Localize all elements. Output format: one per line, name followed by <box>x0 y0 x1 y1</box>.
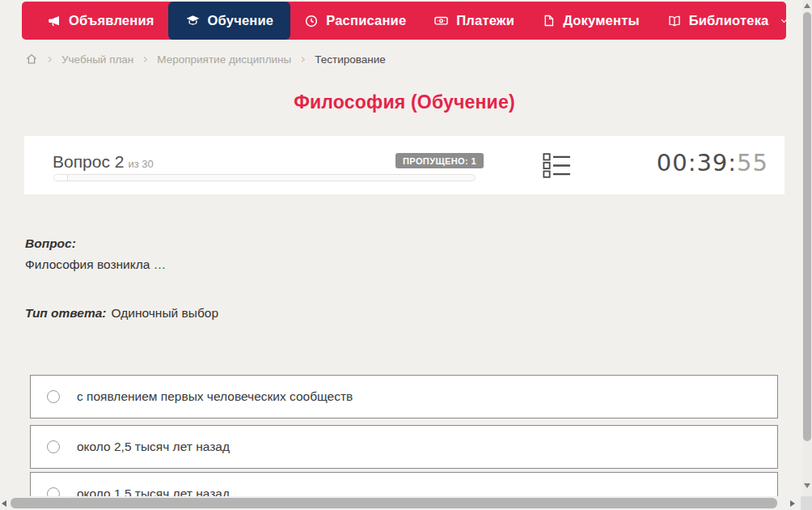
answer-type-label: Тип ответа: <box>25 306 107 320</box>
breadcrumb-item-testing: Тестирование <box>315 53 386 66</box>
quiz-timer: 00:39:55 <box>657 149 768 176</box>
open-book-icon <box>667 14 682 28</box>
question-counter: Вопрос 2из 30 <box>53 152 154 172</box>
answer-type-row: Тип ответа:Одиночный выбор <box>25 306 218 321</box>
page-title: Философия (Обучение) <box>24 91 785 113</box>
nav-item-payments[interactable]: Платежи <box>420 2 528 40</box>
question-list-icon[interactable] <box>543 153 571 181</box>
horizontal-scrollbar-thumb[interactable] <box>11 498 777 508</box>
megaphone-icon <box>47 14 61 28</box>
breadcrumb: Учебный план Мероприятие дисциплины Тест… <box>25 49 386 69</box>
scroll-down-arrow-icon[interactable] <box>804 483 810 488</box>
answer-type-value: Одиночный выбор <box>112 306 219 320</box>
nav-label: Объявления <box>69 13 154 28</box>
quiz-progress-bar <box>53 174 476 181</box>
scroll-left-arrow-icon[interactable] <box>2 500 6 507</box>
answer-option-1[interactable]: с появлением первых человеческих сообщес… <box>30 375 778 419</box>
skipped-badge: ПРОПУЩЕНО: 1 <box>395 153 484 168</box>
nav-item-training[interactable]: Обучение <box>168 2 291 40</box>
answer-option-label: с появлением первых человеческих сообщес… <box>77 389 353 404</box>
nav-label: Библиотека <box>689 13 769 28</box>
vertical-scrollbar-thumb[interactable] <box>803 12 811 441</box>
chevron-right-icon <box>141 55 150 64</box>
banknote-icon <box>433 13 449 28</box>
radio-button[interactable] <box>47 440 60 453</box>
timer-hours-minutes: 00:39: <box>657 149 737 176</box>
vertical-scrollbar[interactable] <box>802 0 812 496</box>
home-icon[interactable] <box>25 53 38 66</box>
nav-item-announcements[interactable]: Объявления <box>33 2 168 40</box>
question-total: из 30 <box>128 158 153 170</box>
radio-button[interactable] <box>47 390 60 403</box>
answer-option-label: около 2,5 тысяч лет назад <box>77 440 230 454</box>
scroll-right-arrow-icon[interactable] <box>790 500 795 507</box>
scrollbar-corner <box>801 496 812 510</box>
app-window: Объявления Обучение Расписание Платежи Д… <box>0 0 812 510</box>
nav-label: Платежи <box>456 13 514 28</box>
nav-item-library[interactable]: Библиотека <box>653 2 804 40</box>
chevron-right-icon <box>45 55 54 64</box>
clock-icon <box>304 14 319 28</box>
breadcrumb-item-discipline-event[interactable]: Мероприятие дисциплины <box>157 53 291 66</box>
question-label: Вопрос: <box>25 236 76 251</box>
nav-label: Документы <box>563 13 640 28</box>
nav-item-schedule[interactable]: Расписание <box>290 2 420 40</box>
nav-label: Расписание <box>326 13 406 28</box>
nav-item-documents[interactable]: Документы <box>528 2 653 40</box>
main-navbar: Объявления Обучение Расписание Платежи Д… <box>22 2 786 40</box>
quiz-header-card: Вопрос 2из 30 ПРОПУЩЕНО: 1 00:39:55 <box>24 136 785 194</box>
nav-label: Обучение <box>208 13 274 28</box>
timer-seconds: 55 <box>737 149 768 176</box>
chevron-down-icon <box>779 15 789 26</box>
scroll-up-arrow-icon[interactable] <box>804 3 810 8</box>
quiz-progress-fill <box>54 175 68 181</box>
breadcrumb-item-curriculum[interactable]: Учебный план <box>61 53 133 66</box>
horizontal-scrollbar[interactable] <box>0 496 801 510</box>
answer-option-2[interactable]: около 2,5 тысяч лет назад <box>30 425 778 469</box>
question-text: Философия возникла … <box>25 257 166 272</box>
graduation-cap-icon <box>185 13 201 28</box>
question-number: Вопрос 2 <box>53 152 124 171</box>
document-icon <box>542 14 556 28</box>
chevron-right-icon <box>298 55 307 64</box>
